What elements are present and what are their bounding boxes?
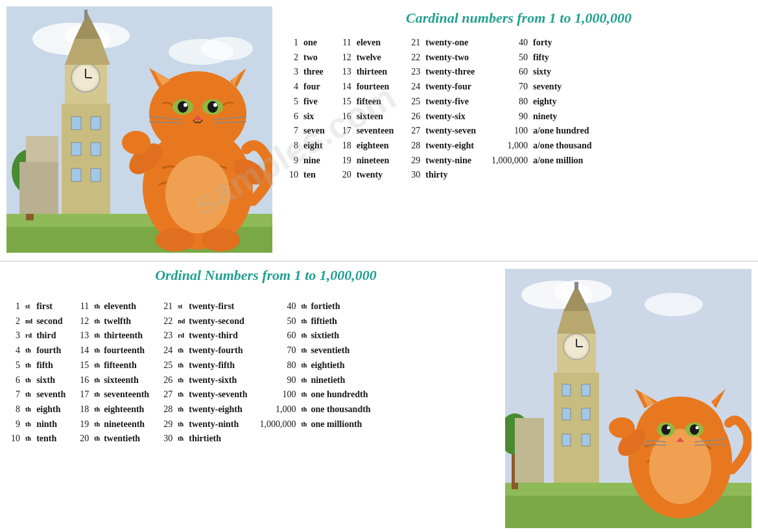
svg-point-4 bbox=[201, 37, 253, 60]
cardinal-table: 1one11eleven21twenty-one40forty2two12twe… bbox=[285, 36, 752, 183]
svg-point-47 bbox=[122, 131, 150, 154]
svg-rect-72 bbox=[562, 434, 571, 446]
svg-point-29 bbox=[165, 156, 230, 233]
svg-point-85 bbox=[690, 424, 699, 435]
svg-point-49 bbox=[156, 228, 195, 251]
cardinal-numbers-table: 1one11eleven21twenty-one40forty2two12twe… bbox=[285, 36, 595, 183]
svg-point-50 bbox=[201, 228, 240, 251]
svg-point-87 bbox=[696, 426, 699, 430]
ordinal-numbers-table: 1stfirst11theleventh21sttwenty-first40th… bbox=[6, 299, 373, 446]
svg-rect-68 bbox=[562, 384, 571, 396]
svg-rect-19 bbox=[84, 10, 88, 19]
svg-rect-69 bbox=[582, 384, 590, 396]
ordinal-title: Ordinal Numbers from 1 to 1,000,000 bbox=[19, 267, 512, 284]
svg-point-37 bbox=[178, 101, 188, 113]
top-left-image bbox=[6, 6, 272, 253]
svg-line-92 bbox=[694, 445, 726, 445]
top-left-scene-svg bbox=[6, 6, 272, 253]
bottom-right-scene-svg bbox=[505, 269, 752, 528]
svg-point-40 bbox=[213, 103, 217, 107]
svg-rect-60 bbox=[554, 373, 599, 483]
svg-rect-24 bbox=[71, 168, 81, 181]
page: Cardinal numbers from 1 to 1,000,000 1on… bbox=[0, 0, 758, 532]
svg-rect-74 bbox=[515, 418, 544, 483]
svg-point-54 bbox=[645, 293, 703, 316]
bottom-right-image bbox=[505, 269, 752, 528]
svg-point-86 bbox=[667, 426, 670, 430]
svg-rect-20 bbox=[71, 117, 81, 130]
svg-point-84 bbox=[661, 424, 670, 435]
svg-rect-71 bbox=[582, 408, 590, 420]
svg-point-38 bbox=[207, 101, 218, 113]
svg-rect-12 bbox=[62, 104, 110, 214]
svg-rect-67 bbox=[574, 282, 578, 290]
svg-rect-21 bbox=[91, 117, 101, 130]
svg-rect-23 bbox=[91, 143, 101, 156]
section-divider bbox=[0, 260, 758, 262]
svg-rect-73 bbox=[582, 434, 590, 446]
svg-rect-25 bbox=[91, 168, 101, 181]
cardinal-title: Cardinal numbers from 1 to 1,000,000 bbox=[292, 10, 746, 27]
svg-rect-27 bbox=[19, 162, 58, 214]
ordinal-table: 1stfirst11theleventh21sttwenty-first40th… bbox=[6, 299, 519, 446]
svg-marker-65 bbox=[557, 311, 596, 334]
svg-point-39 bbox=[184, 103, 187, 107]
svg-rect-70 bbox=[562, 408, 571, 420]
svg-point-94 bbox=[609, 417, 635, 438]
svg-rect-22 bbox=[71, 143, 81, 156]
